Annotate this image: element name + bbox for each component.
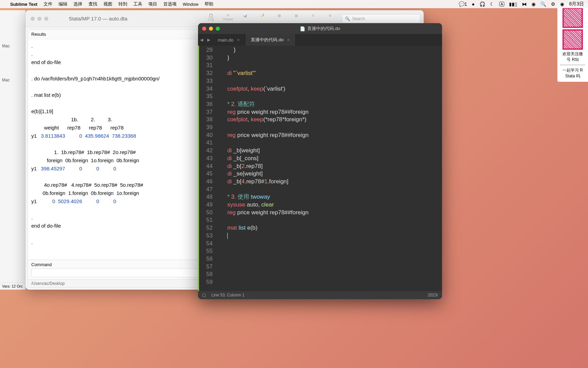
tab-active[interactable]: 直播中的代码.do× (245, 34, 295, 46)
siri-icon[interactable]: ◉ (560, 1, 564, 7)
more-button[interactable]: ⬇ (308, 14, 318, 24)
menu-find[interactable]: 查找 (88, 1, 97, 7)
qr-code-icon (562, 7, 583, 28)
tab-bar: ◀ ▶ main.do× 直播中的代码.do× (198, 34, 442, 46)
traffic-lights[interactable] (31, 17, 48, 21)
close-icon[interactable]: × (287, 37, 290, 43)
close-icon[interactable]: × (237, 37, 240, 43)
qr-text: Stata 吗 (560, 73, 585, 79)
menu-goto[interactable]: 转到 (118, 1, 127, 7)
dofile-button[interactable]: 📝 (257, 14, 267, 24)
log-button[interactable]: 📋Log (206, 14, 216, 24)
data-browser-button[interactable]: ▦ (291, 14, 301, 24)
search-icon[interactable]: 🔍 (540, 1, 546, 7)
battery-icon[interactable]: ▮▮▯ (509, 1, 517, 7)
input-icon[interactable]: A (499, 2, 504, 6)
headphones-icon[interactable]: 🎧 (479, 1, 485, 7)
sublime-titlebar: 📄 直播中的代码.do (198, 23, 442, 34)
status-icon[interactable]: ● (472, 1, 475, 7)
panel-switcher-icon[interactable]: ▢ (202, 293, 206, 297)
editor-area[interactable]: 29 30 31 32 33 34 35 36 37 38 39 40 41 4… (198, 46, 442, 291)
qr-text: 欢迎关注微 (560, 51, 585, 57)
vars-count: Vars: 12 Orc (0, 282, 25, 290)
wechat-icon[interactable]: 💬 1 (459, 1, 467, 7)
break-button[interactable]: ⊗ (325, 14, 335, 24)
bluetooth-icon[interactable]: ⧓ (522, 1, 527, 7)
control-center-icon[interactable]: ⚙ (551, 1, 555, 7)
menu-preferences[interactable]: 首选项 (163, 1, 177, 7)
menu-window[interactable]: Window (183, 2, 198, 7)
tab-history-back[interactable]: ◀ (198, 37, 205, 42)
menu-file[interactable]: 文件 (44, 1, 52, 7)
menu-edit[interactable]: 编辑 (59, 1, 67, 7)
menu-help[interactable]: 帮助 (205, 1, 213, 7)
viewer-button[interactable]: 👁Viewer (223, 14, 233, 24)
status-date: 2023/ (428, 293, 438, 297)
sublime-window-title: 📄 直播中的代码.do (300, 26, 340, 32)
menu-select[interactable]: 选择 (74, 1, 82, 7)
tab-history-forward[interactable]: ▶ (205, 37, 212, 42)
line-number-gutter: 29 30 31 32 33 34 35 36 37 38 39 40 41 4… (199, 46, 216, 291)
sidebar-mac-item[interactable]: Mac (0, 75, 25, 85)
stata-left-sidebar: Mac Mac Vars: 12 Orc (0, 10, 26, 290)
sublime-statusbar: ▢ Line 53, Column 1 2023/ (198, 291, 442, 299)
qr-sidebar: 欢迎关注微 号 RSt 一起学习 R Stata 吗 (557, 3, 588, 82)
text-cursor (227, 233, 228, 239)
system-menubar: Sublime Text 文件 编辑 选择 查找 视图 转到 工具 项目 首选项… (0, 0, 588, 8)
tab-main-do[interactable]: main.do× (212, 34, 245, 46)
stata-search-input[interactable]: 🔍 Search (342, 14, 420, 23)
date[interactable]: 8月3日 (569, 1, 584, 7)
status-line-col[interactable]: Line 53, Column 1 (211, 293, 244, 297)
code-content[interactable]: } } di "`varlist'" coefplot, keep(`varli… (216, 46, 442, 291)
graph-button[interactable]: 📊 (240, 14, 250, 24)
menu-project[interactable]: 项目 (148, 1, 157, 7)
menu-tools[interactable]: 工具 (133, 1, 142, 7)
sublime-window: 📄 直播中的代码.do ◀ ▶ main.do× 直播中的代码.do× 29 3… (198, 23, 442, 299)
qr-code-icon (562, 29, 583, 50)
qr-text: 一起学习 R (560, 67, 585, 73)
qr-text: 号 RSt (560, 57, 585, 63)
app-name[interactable]: Sublime Text (10, 2, 37, 7)
traffic-lights[interactable] (202, 27, 220, 31)
menu-view[interactable]: 视图 (103, 1, 112, 7)
moon-icon[interactable]: ☾ (490, 1, 494, 7)
stata-window-title: Stata/MP 17.0 — auto.dta (69, 16, 127, 21)
wifi-icon[interactable]: ◉ (532, 1, 536, 7)
data-editor-button[interactable]: ▦ (274, 14, 284, 24)
sidebar-mac-item[interactable]: Mac (0, 41, 25, 51)
